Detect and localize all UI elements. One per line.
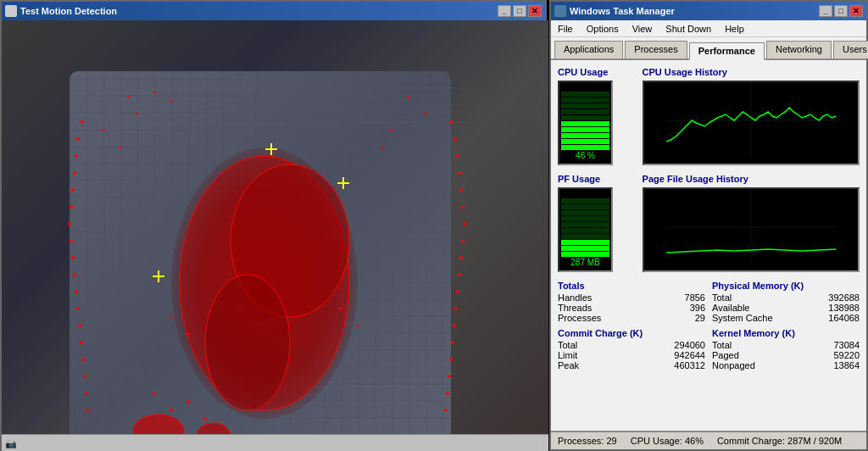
maximize-button[interactable]: □	[513, 5, 526, 17]
titlebar-left: Test Motion Detection	[5, 5, 117, 17]
cc-total-val: 294060	[674, 340, 705, 350]
cpu-usage-panel: CPU Usage 46 %	[558, 67, 636, 165]
menu-file[interactable]: File	[554, 24, 576, 34]
menu-options[interactable]: Options	[583, 24, 622, 34]
pm-syscache-val: 164068	[828, 313, 860, 323]
tab-processes[interactable]: Processes	[625, 41, 687, 58]
pf-bar-2	[561, 246, 609, 251]
pm-syscache-key: System Cache	[712, 313, 773, 323]
cc-peak-row: Peak 460312	[558, 360, 705, 370]
cpu-bar-9	[561, 97, 609, 103]
cpu-row: CPU Usage 46 % CPU Usage His	[558, 67, 860, 165]
pf-history-title: Page File Usage History	[643, 174, 860, 184]
pm-total-key: Total	[712, 292, 732, 303]
stats-section: Totals Handles 7856 Threads 396 Processe…	[558, 281, 860, 323]
status-processes: Processes: 29	[558, 436, 617, 446]
cpu-bar-6	[561, 115, 609, 120]
cc-total-row: Total 294060	[558, 340, 705, 350]
status-cpu: CPU Usage: 46%	[631, 436, 704, 446]
cpu-history-panel: CPU Usage History	[643, 67, 860, 165]
totals-label: Totals	[558, 281, 705, 291]
task-manager-title: Windows Task Manager	[570, 6, 675, 16]
km-paged-row: Paged 59220	[712, 350, 860, 360]
pf-row: PF Usage 287 MB Page File Usage History	[558, 174, 860, 272]
pf-bar-7	[561, 216, 609, 221]
video-area: 00:03:44.10 📷	[2, 20, 548, 451]
pm-available-val: 138988	[828, 303, 860, 313]
cc-limit-val: 942644	[674, 350, 705, 360]
pf-meter: 287 MB	[558, 187, 613, 272]
totals-box: Totals Handles 7856 Threads 396 Processe…	[558, 281, 705, 323]
physical-memory-box: Physical Memory (K) Total 392688 Availab…	[712, 281, 860, 323]
km-total-val: 73084	[833, 340, 860, 350]
tm-maximize-button[interactable]: □	[834, 5, 848, 17]
cpu-history-graph	[643, 81, 860, 165]
cpu-percent: 46 %	[561, 151, 609, 162]
motion-detection-title: Test Motion Detection	[20, 6, 117, 16]
handles-key: Handles	[558, 292, 592, 303]
km-paged-val: 59220	[833, 350, 860, 360]
processes-key: Processes	[558, 313, 601, 323]
cpu-meter: 46 %	[558, 81, 613, 165]
pf-usage-panel: PF Usage 287 MB	[558, 174, 636, 272]
cc-peak-val: 460312	[674, 360, 705, 370]
menu-shutdown[interactable]: Shut Down	[662, 24, 715, 34]
pm-available-key: Available	[712, 303, 749, 313]
processes-row: Processes 29	[558, 313, 705, 323]
close-button[interactable]: ✕	[528, 5, 542, 17]
pf-value: 287 MB	[561, 258, 609, 269]
handles-val: 7856	[685, 292, 705, 303]
pf-usage-title: PF Usage	[558, 174, 636, 184]
km-total-row: Total 73084	[712, 340, 860, 350]
task-manager-menubar: File Options View Shut Down Help	[551, 20, 866, 37]
pf-bar-8	[561, 210, 609, 215]
menu-help[interactable]: Help	[721, 24, 748, 34]
task-manager-statusbar: Processes: 29 CPU Usage: 46% Commit Char…	[551, 431, 866, 449]
pf-bar-4	[561, 234, 609, 239]
processes-val: 29	[695, 313, 705, 323]
pm-total-row: Total 392688	[712, 292, 860, 303]
kernel-memory-box: Kernel Memory (K) Total 73084 Paged 5922…	[712, 328, 860, 370]
cpu-bar-10	[561, 92, 609, 97]
cpu-history-title: CPU Usage History	[643, 67, 860, 77]
threads-val: 396	[690, 303, 705, 313]
pf-bar-9	[561, 204, 609, 209]
km-nonpaged-row: Nonpaged 13864	[712, 360, 860, 370]
pm-available-row: Available 138988	[712, 303, 860, 313]
pf-bar-6	[561, 222, 609, 227]
commit-charge-label: Commit Charge (K)	[558, 328, 705, 338]
cpu-bar-3	[561, 133, 609, 138]
titlebar-buttons: _ □ ✕	[498, 5, 542, 17]
tab-networking[interactable]: Networking	[766, 41, 832, 58]
task-manager-window: Windows Task Manager _ □ ✕ File Options …	[549, 0, 868, 451]
window-icon	[5, 5, 17, 17]
handles-row: Handles 7856	[558, 292, 705, 303]
cc-peak-key: Peak	[558, 360, 579, 370]
tab-performance[interactable]: Performance	[689, 42, 765, 60]
cpu-usage-title: CPU Usage	[558, 67, 636, 77]
tab-users[interactable]: Users	[833, 41, 868, 58]
km-paged-key: Paged	[712, 350, 739, 360]
pm-total-val: 392688	[828, 292, 860, 303]
threads-row: Threads 396	[558, 303, 705, 313]
minimize-button[interactable]: _	[498, 5, 511, 17]
cpu-bar-5	[561, 121, 609, 126]
pf-history-panel: Page File Usage History	[643, 174, 860, 272]
video-statusbar: 📷	[2, 434, 548, 451]
physical-memory-label: Physical Memory (K)	[712, 281, 860, 291]
tm-minimize-button[interactable]: _	[819, 5, 832, 17]
task-manager-titlebar: Windows Task Manager _ □ ✕	[551, 2, 866, 20]
motion-detection-titlebar: Test Motion Detection _ □ ✕	[2, 2, 545, 20]
status-commit: Commit Charge: 287M / 920M	[717, 436, 842, 446]
cc-limit-key: Limit	[558, 350, 577, 360]
pf-bar-3	[561, 240, 609, 245]
pf-bar-10	[561, 198, 609, 203]
pm-syscache-row: System Cache 164068	[712, 313, 860, 323]
cpu-bar-8	[561, 103, 609, 109]
km-nonpaged-val: 13864	[833, 360, 860, 370]
cpu-bar-1	[561, 145, 609, 150]
tab-applications[interactable]: Applications	[554, 41, 623, 58]
tm-close-button[interactable]: ✕	[849, 5, 863, 17]
menu-view[interactable]: View	[629, 24, 656, 34]
km-total-key: Total	[712, 340, 732, 350]
